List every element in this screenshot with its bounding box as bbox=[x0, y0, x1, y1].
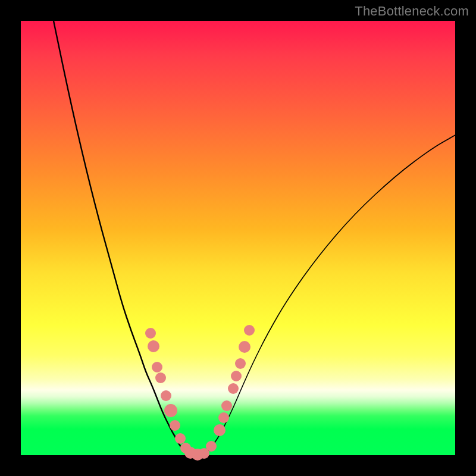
data-dot bbox=[175, 433, 186, 444]
chart-frame: TheBottleneck.com bbox=[0, 0, 476, 476]
data-dot bbox=[221, 400, 232, 411]
data-dot bbox=[145, 328, 156, 339]
data-dot bbox=[152, 362, 162, 372]
data-dot bbox=[161, 390, 171, 401]
data-dot bbox=[235, 358, 246, 369]
data-dot bbox=[228, 383, 239, 394]
data-dot bbox=[214, 424, 226, 436]
watermark-text: TheBottleneck.com bbox=[355, 4, 469, 19]
data-dot bbox=[239, 341, 250, 353]
data-dot bbox=[155, 372, 166, 383]
curve-svg bbox=[21, 21, 455, 455]
data-dot bbox=[244, 325, 255, 336]
data-dot bbox=[206, 441, 217, 452]
data-dot bbox=[164, 404, 177, 417]
data-dot bbox=[231, 371, 242, 381]
data-dot bbox=[218, 412, 229, 423]
data-dot bbox=[148, 340, 159, 352]
data-dots-group bbox=[145, 325, 255, 461]
plot-area bbox=[21, 21, 455, 455]
data-dot bbox=[170, 420, 180, 431]
curve-right-branch bbox=[214, 135, 455, 443]
